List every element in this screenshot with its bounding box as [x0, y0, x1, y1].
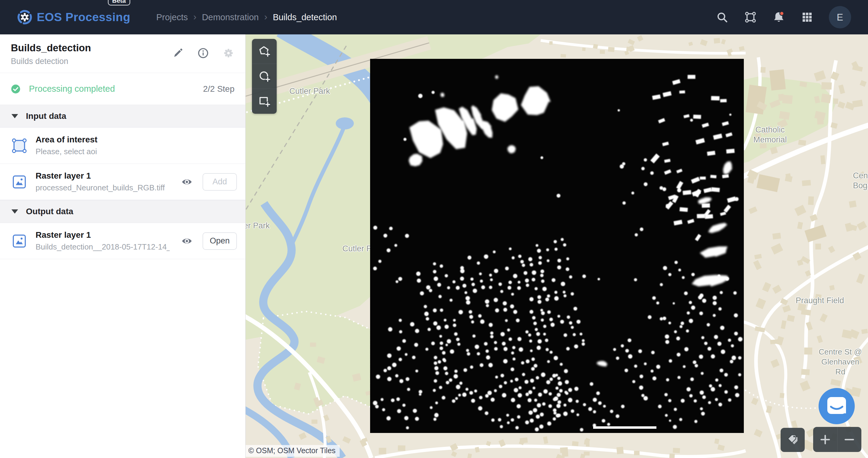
- zoom-out-button[interactable]: [837, 427, 862, 452]
- input-data-section-header[interactable]: Input data: [0, 105, 245, 127]
- raster-layer-icon: [11, 173, 28, 190]
- processing-status-row: Processing completed 2/2 Step: [0, 73, 245, 105]
- status-label: Processing completed: [29, 84, 115, 94]
- row-subtitle: processed_Neuronet_builds_RGB.tiff: [36, 183, 165, 193]
- breadcrumb-projects[interactable]: Projects: [156, 12, 188, 22]
- step-count: 2/2 Step: [203, 84, 235, 94]
- bell-icon: [772, 10, 785, 24]
- zoom-in-button[interactable]: [813, 427, 837, 452]
- tag-icon: [786, 433, 799, 447]
- area-of-interest-icon: [11, 137, 28, 154]
- project-header: Builds_detection Builds detection: [0, 34, 245, 73]
- chevron-right-icon: ›: [193, 12, 196, 22]
- draw-rectangle-button[interactable]: [252, 89, 277, 114]
- draw-circle-icon: [258, 70, 271, 83]
- grid-apps-icon: [801, 11, 813, 23]
- breadcrumb-current: Builds_detection: [273, 12, 337, 22]
- project-sidebar: Builds_detection Builds detection: [0, 34, 246, 458]
- draw-polygon-button[interactable]: [252, 39, 277, 64]
- zoom-control: [813, 427, 861, 452]
- map-attribution: © OSM; OSM Vector Tiles: [245, 445, 340, 457]
- notifications-button[interactable]: [772, 10, 785, 24]
- topbar-actions: E: [715, 6, 851, 28]
- edit-button[interactable]: [172, 47, 184, 59]
- breadcrumb: Projects › Demonstration › Builds_detect…: [156, 12, 337, 22]
- info-icon: [197, 47, 209, 59]
- gear-icon: [223, 47, 234, 59]
- chevron-right-icon: ›: [264, 12, 267, 22]
- eye-icon: [181, 235, 193, 247]
- aoi-frame-icon: [744, 11, 757, 24]
- row-title: Area of interest: [36, 135, 97, 145]
- chat-bubble-icon: [818, 388, 855, 424]
- draw-circle-button[interactable]: [252, 64, 277, 89]
- row-subtitle: Builds_detection__2018-05-17T12-14_...: [36, 242, 170, 252]
- beta-badge: Beta: [108, 0, 130, 5]
- open-button[interactable]: Open: [203, 232, 237, 250]
- draw-rectangle-icon: [258, 95, 271, 108]
- settings-button[interactable]: [222, 47, 235, 59]
- map-canvas[interactable]: Cutler Park er Park Cutler Pa Catholic M…: [245, 34, 868, 458]
- brand-logo[interactable]: EOS Processing Beta: [17, 9, 130, 25]
- row-subtitle: Please, select aoi: [36, 147, 97, 156]
- pencil-icon: [173, 48, 183, 59]
- collapse-icon: [11, 209, 18, 213]
- draw-toolbar: [252, 39, 277, 114]
- row-title: Raster layer 1: [36, 230, 170, 240]
- brand-gear-icon: [17, 9, 33, 25]
- input-raster-row[interactable]: Raster layer 1 processed_Neuronet_builds…: [0, 164, 245, 200]
- notification-dot: [780, 11, 784, 16]
- visibility-toggle[interactable]: [180, 234, 193, 248]
- check-circle-icon: [11, 84, 21, 94]
- add-button[interactable]: Add: [203, 173, 237, 191]
- aoi-tool-button[interactable]: [744, 10, 757, 24]
- raster-layer-icon: [11, 233, 28, 250]
- output-data-section-header[interactable]: Output data: [0, 200, 245, 223]
- row-title: Raster layer 1: [36, 171, 165, 181]
- collapse-icon: [11, 114, 18, 118]
- output-raster-row[interactable]: Raster layer 1 Builds_detection__2018-05…: [0, 223, 245, 259]
- chat-support-button[interactable]: [818, 388, 855, 424]
- visibility-toggle[interactable]: [180, 175, 193, 189]
- plus-icon: [819, 434, 831, 446]
- top-bar: EOS Processing Beta Projects › Demonstra…: [0, 0, 868, 34]
- apps-button[interactable]: [801, 10, 814, 24]
- user-avatar[interactable]: E: [829, 6, 851, 28]
- draw-polygon-icon: [258, 45, 271, 58]
- brand-name: EOS Processing: [37, 10, 130, 24]
- aoi-row[interactable]: Area of interest Please, select aoi: [0, 127, 245, 164]
- minus-icon: [843, 434, 855, 446]
- labels-toggle-button[interactable]: [781, 428, 805, 452]
- raster-overlay: [370, 59, 744, 433]
- eye-icon: [181, 176, 193, 188]
- breadcrumb-demonstration[interactable]: Demonstration: [202, 12, 259, 22]
- info-button[interactable]: [197, 47, 209, 59]
- search-button[interactable]: [715, 10, 729, 24]
- search-icon: [716, 11, 728, 23]
